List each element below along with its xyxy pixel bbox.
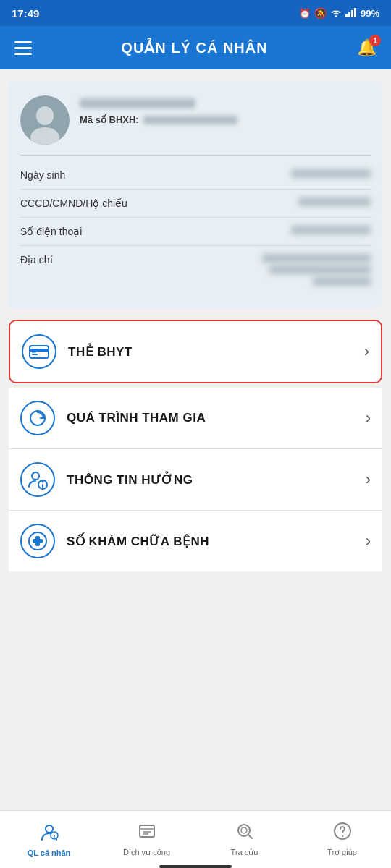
svg-point-28 [241,827,247,833]
bottom-nav: i QL cá nhân Dịch vụ công Tra cứu [0,810,391,868]
so-kham-icon-circle [20,524,55,558]
home-indicator [159,865,232,868]
menu-item-thong-tin-huong[interactable]: THÔNG TIN HƯỞNG › [9,449,382,510]
svg-point-12 [32,472,39,480]
svg-rect-18 [33,539,43,543]
profile-name-blur [80,98,196,109]
menu-item-the-bhyt[interactable]: THẺ BHYT › [9,320,382,383]
nav-label-ql: QL cá nhân [28,848,71,857]
main-content: Mã số BHXH: Ngày sinh CCCD/CMND/Hộ chiếu [0,81,391,635]
svg-rect-0 [345,14,348,17]
so-kham-chevron: › [366,532,371,550]
ngay-sinh-value [107,169,371,178]
header-title: QUẢN LÝ CÁ NHÂN [32,39,357,56]
signal-icon [345,7,357,20]
profile-bhxh-row: Mã số BHXH: [80,114,371,125]
sdt-value [107,226,371,234]
thong-tin-huong-label: THÔNG TIN HƯỞNG [67,472,366,488]
nav-item-ql-ca-nhan[interactable]: i QL cá nhân [0,811,98,868]
menu-item-so-kham[interactable]: SỐ KHÁM CHỮA BỆNH › [9,511,382,571]
profile-row-diachi: Địa chỉ [20,246,371,294]
thong-tin-icon-circle [20,462,55,497]
svg-rect-3 [354,8,356,17]
profile-card: Mã số BHXH: Ngày sinh CCCD/CMND/Hộ chiếu [9,81,382,308]
profile-top: Mã số BHXH: [20,95,371,156]
svg-rect-8 [30,349,49,352]
nav-label-tra-cuu: Tra cứu [231,848,258,857]
nav-label-dich-vu: Dịch vụ công [123,848,170,857]
svg-rect-10 [32,352,36,353]
profile-row-sdt: Số điện thoại [20,218,371,246]
bhxh-label: Mã số BHXH: [80,114,139,125]
sdt-label: Số điện thoại [20,226,107,237]
notification-badge: 1 [369,35,381,46]
nav-icon-tra-cuu [235,822,254,845]
cccd-blur [298,197,371,206]
status-icons: ⏰ 🔕 99% [299,7,379,20]
alarm-icon: ⏰ [299,8,311,19]
nav-icon-dich-vu [138,822,156,845]
profile-rows: Ngày sinh CCCD/CMND/Hộ chiếu Số điện tho… [20,161,371,294]
nav-item-dich-vu-cong[interactable]: Dịch vụ công [98,811,196,868]
the-bhyt-label: THẺ BHYT [68,344,364,359]
qua-trinh-icon-circle [20,401,55,435]
svg-rect-1 [348,12,350,17]
svg-rect-14 [42,484,43,488]
hamburger-menu-button[interactable] [14,41,32,55]
avatar [20,95,70,145]
notification-bell-button[interactable]: 🔔 1 [357,38,377,57]
the-bhyt-chevron: › [364,342,369,361]
wifi-icon [330,7,342,19]
so-kham-label: SỐ KHÁM CHỮA BỆNH [67,534,366,549]
qua-trinh-chevron: › [366,409,371,427]
bhxh-value-blur [143,116,237,124]
cccd-label: CCCD/CMND/Hộ chiếu [20,197,127,209]
profile-row-ngay-sinh: Ngày sinh [20,161,371,190]
menu-item-qua-trinh[interactable]: QUÁ TRÌNH THAM GIA › [9,388,382,448]
svg-line-27 [248,835,252,838]
diachi-blur-3 [313,277,371,286]
thong-tin-chevron: › [366,470,371,489]
nav-label-tro-giup: Trợ giúp [327,848,357,857]
cccd-value [127,197,371,206]
battery-icon: 99% [361,8,379,19]
svg-point-30 [341,835,342,837]
diachi-blur-2 [269,265,371,274]
svg-point-19 [46,825,53,833]
ngay-sinh-blur [291,169,371,178]
silent-icon: 🔕 [314,7,327,19]
svg-rect-22 [140,825,154,837]
nav-icon-ql: i [40,822,59,846]
svg-rect-9 [32,354,38,355]
ngay-sinh-label: Ngày sinh [20,169,107,181]
diachi-value [107,254,371,286]
svg-text:i: i [53,833,54,840]
nav-icon-tro-giup [333,822,352,845]
svg-point-5 [36,106,54,125]
nav-item-tra-cuu[interactable]: Tra cứu [196,811,293,868]
svg-rect-2 [351,10,353,17]
qua-trinh-label: QUÁ TRÌNH THAM GIA [67,411,366,425]
profile-row-cccd: CCCD/CMND/Hộ chiếu [20,190,371,218]
status-time: 17:49 [12,7,39,20]
diachi-label: Địa chỉ [20,254,107,265]
profile-info: Mã số BHXH: [80,95,371,125]
status-bar: 17:49 ⏰ 🔕 99% [0,0,391,26]
diachi-blur-1 [262,254,371,263]
the-bhyt-icon-circle [22,334,56,369]
sdt-blur [291,226,371,234]
header: QUẢN LÝ CÁ NHÂN 🔔 1 [0,26,391,69]
nav-item-tro-giup[interactable]: Trợ giúp [293,811,391,868]
